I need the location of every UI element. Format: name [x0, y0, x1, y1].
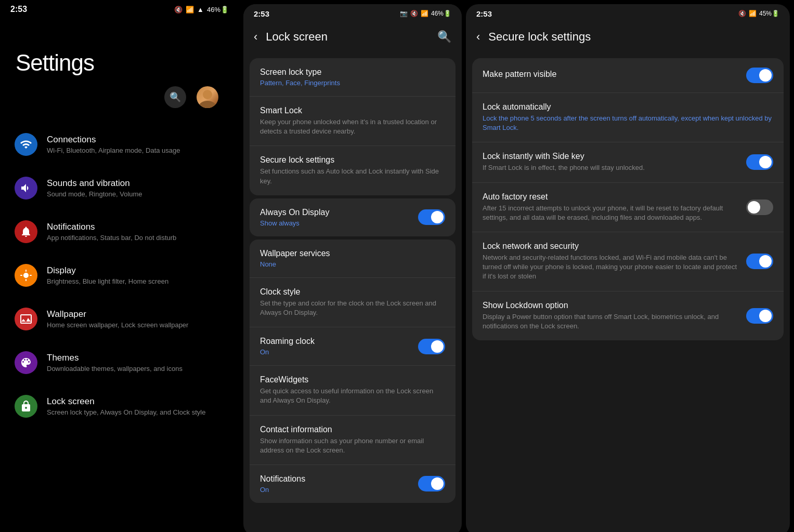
lockscreen-title: Lock screen — [47, 396, 225, 407]
status-bar-right: 2:53 🔇 📶 45%🔋 — [466, 4, 790, 23]
smart-lock-title: Smart Lock — [260, 106, 445, 115]
lock-side-key-sub: If Smart Lock is in effect, the phone wi… — [483, 163, 740, 172]
lock-side-key-text: Lock instantly with Side key If Smart Lo… — [483, 152, 746, 172]
display-text: Display Brightness, Blue light filter, H… — [47, 265, 225, 285]
battery-icon: 46%🔋 — [207, 6, 229, 14]
notifications-lock-title: Notifications — [260, 474, 305, 484]
wallpaper-services-sub: None — [260, 260, 445, 268]
aod-text: Always On Display Show always — [260, 208, 329, 227]
roaming-clock-toggle-thumb — [431, 340, 444, 353]
connections-title: Connections — [47, 135, 225, 145]
lockdown-toggle[interactable] — [746, 308, 773, 324]
connections-text: Connections Wi-Fi, Bluetooth, Airplane m… — [47, 135, 225, 154]
lock-item-aod[interactable]: Always On Display Show always — [250, 198, 455, 236]
lock-item-contact-info[interactable]: Contact information Show information suc… — [250, 415, 455, 464]
lockdown-thumb — [759, 310, 772, 322]
wifi-icon-mid: 📶 — [421, 10, 428, 17]
secure-lock-settings-title: Secure lock settings — [260, 155, 445, 165]
secure-item-lockdown[interactable]: Show Lockdown option Display a Power but… — [472, 291, 784, 340]
factory-reset-toggle[interactable] — [746, 200, 773, 215]
sidebar-item-connections[interactable]: Connections Wi-Fi, Bluetooth, Airplane m… — [6, 124, 233, 165]
lock-auto-title: Lock automatically — [483, 102, 773, 112]
notifications-toggle[interactable] — [418, 476, 445, 491]
battery-icon-mid: 46%🔋 — [431, 10, 451, 17]
lock-item-smart-lock[interactable]: Smart Lock Keep your phone unlocked when… — [250, 96, 455, 145]
lockscreen-text: Lock screen Screen lock type, Always On … — [47, 396, 225, 416]
avatar[interactable] — [197, 86, 218, 108]
secure-lock-settings-sub: Set functions such as Auto lock and Lock… — [260, 167, 445, 185]
factory-reset-sub: After 15 incorrect attempts to unlock yo… — [483, 204, 740, 222]
lockscreen-header: ‹ Lock screen 🔍 — [243, 23, 462, 51]
back-button-right[interactable]: ‹ — [476, 30, 480, 44]
pattern-visible-title: Make pattern visible — [483, 70, 746, 79]
smart-lock-sub: Keep your phone unlocked when it's in a … — [260, 117, 445, 136]
secure-lock-header: ‹ Secure lock settings — [466, 23, 790, 51]
screen-lock-type-title: Screen lock type — [260, 68, 445, 77]
notifications-toggle-thumb — [431, 477, 444, 490]
mute-icon: 🔇 — [174, 6, 183, 14]
status-icons-left: 🔇 📶 ▲ 46%🔋 — [174, 6, 229, 14]
wallpaper-services-title: Wallpaper services — [260, 249, 445, 258]
lockscreen-panel: 2:53 📷 🔇 📶 46%🔋 ‹ Lock screen 🔍 Screen l… — [243, 4, 462, 532]
settings-controls: 🔍 — [16, 86, 224, 108]
settings-title-area: Settings 🔍 — [0, 19, 239, 124]
aod-sub: Show always — [260, 219, 329, 227]
notifications-sub: App notifications, Status bar, Do not di… — [47, 234, 225, 242]
contact-info-title: Contact information — [260, 425, 445, 434]
lock-section-2: Always On Display Show always — [250, 198, 455, 236]
lock-item-wallpaper-services[interactable]: Wallpaper services None — [250, 240, 455, 277]
connections-sub: Wi-Fi, Bluetooth, Airplane mode, Data us… — [47, 147, 225, 154]
back-button-middle[interactable]: ‹ — [254, 30, 257, 44]
secure-item-pattern-visible[interactable]: Make pattern visible — [472, 58, 784, 92]
sidebar-item-themes[interactable]: Themes Downloadable themes, wallpapers, … — [6, 342, 233, 383]
sidebar-item-wallpaper[interactable]: Wallpaper Home screen wallpaper, Lock sc… — [6, 298, 233, 340]
aod-toggle-thumb — [431, 211, 444, 223]
roaming-clock-toggle[interactable] — [418, 339, 445, 354]
notifications-text: Notifications App notifications, Status … — [47, 222, 225, 242]
sounds-icon — [15, 177, 37, 200]
signal-icon: ▲ — [197, 6, 204, 14]
search-button-middle[interactable]: 🔍 — [437, 30, 451, 44]
sounds-title: Sounds and vibration — [47, 178, 225, 189]
lock-item-roaming-clock[interactable]: Roaming clock On — [250, 327, 455, 365]
status-icons-right: 🔇 📶 45%🔋 — [738, 10, 779, 17]
search-icon[interactable]: 🔍 — [164, 86, 186, 108]
secure-item-network-security[interactable]: Lock network and security Network and se… — [472, 232, 784, 291]
themes-sub: Downloadable themes, wallpapers, and ico… — [47, 365, 225, 373]
secure-item-lock-side-key[interactable]: Lock instantly with Side key If Smart Lo… — [472, 142, 784, 182]
sidebar-item-sounds[interactable]: Sounds and vibration Sound mode, Rington… — [6, 167, 233, 209]
notifications-lock-text: Notifications On — [260, 474, 305, 494]
aod-toggle[interactable] — [418, 209, 445, 225]
lock-item-notifications[interactable]: Notifications On — [250, 464, 455, 503]
roaming-clock-title: Roaming clock — [260, 337, 315, 346]
secure-item-factory-reset[interactable]: Auto factory reset After 15 incorrect at… — [472, 182, 784, 232]
lock-item-secure-lock-settings[interactable]: Secure lock settings Set functions such … — [250, 145, 455, 195]
display-icon — [15, 264, 37, 287]
network-security-title: Lock network and security — [483, 242, 740, 251]
pattern-visible-toggle[interactable] — [746, 68, 773, 83]
camera-icon: 📷 — [400, 10, 408, 17]
battery-icon-right: 45%🔋 — [759, 10, 779, 17]
secure-item-lock-auto[interactable]: Lock automatically Lock the phone 5 seco… — [472, 92, 784, 142]
wallpaper-text: Wallpaper Home screen wallpaper, Lock sc… — [47, 309, 225, 329]
secure-lock-panel-title: Secure lock settings — [488, 30, 779, 44]
lock-item-facewidgets[interactable]: FaceWidgets Get quick access to useful i… — [250, 365, 455, 415]
lock-item-screen-lock-type[interactable]: Screen lock type Pattern, Face, Fingerpr… — [250, 58, 455, 96]
factory-reset-thumb — [748, 201, 760, 214]
network-security-toggle[interactable] — [746, 254, 773, 269]
sidebar-item-notifications[interactable]: Notifications App notifications, Status … — [6, 211, 233, 252]
notifications-title: Notifications — [47, 222, 225, 232]
lock-side-key-toggle[interactable] — [746, 154, 773, 170]
secure-lock-panel: 2:53 🔇 📶 45%🔋 ‹ Secure lock settings Mak… — [466, 4, 790, 532]
lockscreen-sub: Screen lock type, Always On Display, and… — [47, 408, 225, 416]
factory-reset-text: Auto factory reset After 15 incorrect at… — [483, 192, 746, 222]
svg-point-1 — [199, 101, 216, 108]
settings-list: Connections Wi-Fi, Bluetooth, Airplane m… — [0, 124, 239, 532]
status-bar-left: 2:53 🔇 📶 ▲ 46%🔋 — [0, 0, 239, 19]
sidebar-item-lockscreen[interactable]: Lock screen Screen lock type, Always On … — [6, 385, 233, 427]
sidebar-item-display[interactable]: Display Brightness, Blue light filter, H… — [6, 255, 233, 296]
connections-icon — [15, 133, 37, 156]
lock-item-clock-style[interactable]: Clock style Set the type and color for t… — [250, 277, 455, 327]
settings-title: Settings — [16, 50, 94, 76]
svg-point-0 — [203, 90, 212, 99]
